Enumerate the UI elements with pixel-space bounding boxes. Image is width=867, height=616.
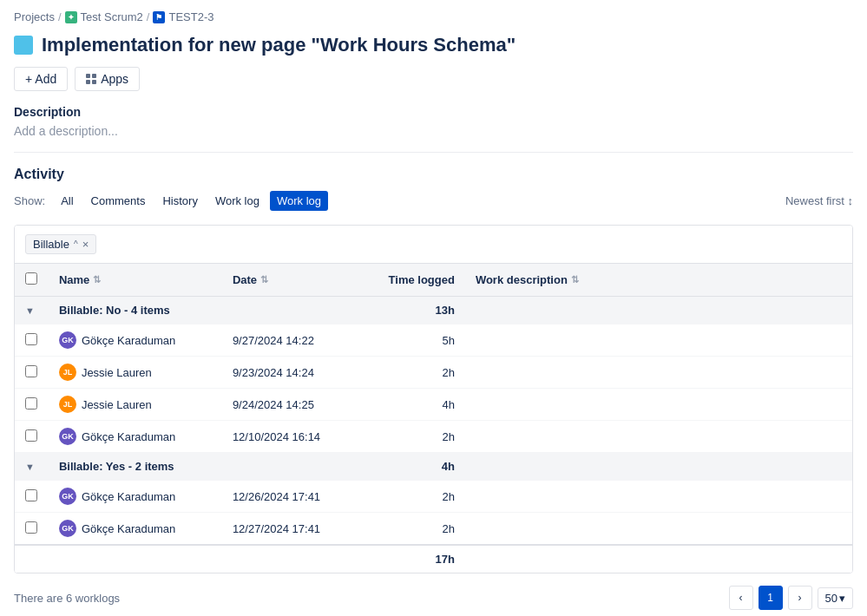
per-page-chevron-icon: ▾: [839, 592, 845, 605]
tab-worklog[interactable]: Work log: [208, 191, 266, 211]
per-page-value: 50: [825, 592, 837, 605]
row-actions: [800, 421, 852, 453]
next-page-button[interactable]: ›: [788, 586, 812, 610]
avatar: JL: [59, 396, 76, 413]
tab-comments[interactable]: Comments: [84, 191, 153, 211]
row-date: 12/27/2024 17:41: [222, 513, 361, 546]
row-time: 4h: [361, 389, 465, 421]
row-checkbox[interactable]: [25, 397, 37, 410]
row-actions: [800, 324, 852, 357]
avatar: JL: [59, 364, 76, 381]
tab-history[interactable]: History: [155, 191, 204, 211]
breadcrumb-project[interactable]: Test Scrum2: [81, 10, 143, 23]
description-section: Description Add a description...: [0, 105, 867, 152]
row-date: 9/24/2024 14:25: [222, 389, 361, 421]
select-all-checkbox[interactable]: [25, 272, 37, 285]
table-row: JL Jessie Lauren 9/24/2024 14:25 4h: [15, 389, 852, 421]
row-checkbox[interactable]: [25, 365, 37, 377]
page-1-button[interactable]: 1: [759, 586, 783, 610]
th-desc: Work description ⇅: [465, 264, 800, 297]
th-checkbox: [15, 264, 49, 297]
th-name: Name ⇅: [49, 264, 222, 297]
row-user: GK Gökçe Karaduman: [49, 324, 222, 357]
th-actions: [800, 264, 852, 297]
user-name: Jessie Lauren: [82, 366, 152, 379]
add-button[interactable]: + Add: [14, 67, 68, 91]
prev-page-button[interactable]: ‹: [729, 586, 753, 610]
breadcrumb-issue[interactable]: TEST2-3: [168, 10, 213, 23]
user-name: Gökçe Karaduman: [82, 490, 175, 503]
name-sort-icon[interactable]: ⇅: [93, 274, 101, 285]
pagination-info: There are 6 worklogs: [14, 592, 120, 605]
row-user: GK Gökçe Karaduman: [49, 421, 222, 453]
description-title: Description: [14, 105, 853, 119]
desc-sort-icon[interactable]: ⇅: [571, 274, 579, 285]
table-row: GK Gökçe Karaduman 9/27/2024 14:22 5h: [15, 324, 852, 357]
breadcrumb-projects[interactable]: Projects: [14, 10, 55, 23]
row-desc: [465, 421, 800, 453]
filter-bar: Billable ^ ×: [15, 226, 852, 264]
breadcrumb-scrum-icon: ✦: [65, 11, 77, 23]
group-label-no: Billable: No - 4 items: [49, 297, 361, 324]
row-checkbox[interactable]: [25, 429, 37, 442]
th-date: Date ⇅: [222, 264, 361, 297]
row-actions: [800, 389, 852, 421]
tab-all[interactable]: All: [54, 191, 80, 211]
grand-total-value: 17h: [361, 545, 465, 573]
row-date: 9/23/2024 14:24: [222, 357, 361, 389]
th-time: Time logged: [361, 264, 465, 297]
table-body: ▼ Billable: No - 4 items 13h GK Gökçe Ka…: [15, 297, 852, 573]
filter-close-button[interactable]: ×: [82, 238, 89, 251]
breadcrumb-task-icon: ⚑: [153, 11, 165, 23]
row-date: 9/27/2024 14:22: [222, 324, 361, 357]
avatar: GK: [59, 331, 76, 349]
group-row-billable-yes: ▼ Billable: Yes - 2 items 4h: [15, 453, 852, 481]
user-name: Gökçe Karaduman: [82, 522, 175, 535]
avatar: GK: [59, 488, 76, 505]
row-desc: [465, 324, 800, 357]
filter-tag-billable[interactable]: Billable ^ ×: [25, 234, 96, 254]
row-checkbox-cell: [15, 481, 49, 513]
group-total-yes: 4h: [361, 453, 465, 481]
filter-chevron-icon: ^: [74, 239, 78, 249]
toolbar: + Add Apps: [0, 67, 867, 105]
worklog-table-container: Billable ^ × Name ⇅ Date ⇅: [14, 225, 853, 573]
breadcrumb-sep-2: /: [147, 10, 150, 23]
description-placeholder[interactable]: Add a description...: [14, 124, 853, 138]
group-collapse-btn-yes[interactable]: ▼: [22, 462, 38, 472]
per-page-select[interactable]: 50 ▾: [818, 587, 853, 609]
row-date: 12/10/2024 16:14: [222, 421, 361, 453]
group-spacer-no: [465, 297, 852, 324]
filter-tag-label: Billable: [33, 238, 69, 251]
apps-label: Apps: [101, 72, 128, 86]
date-sort-icon[interactable]: ⇅: [260, 274, 268, 285]
row-checkbox[interactable]: [25, 521, 37, 534]
group-collapse-btn-no[interactable]: ▼: [22, 305, 38, 316]
activity-section: Activity Show: All Comments History Work…: [0, 153, 867, 211]
row-actions: [800, 357, 852, 389]
row-checkbox[interactable]: [25, 489, 37, 501]
row-time: 5h: [361, 324, 465, 357]
apps-button[interactable]: Apps: [75, 67, 140, 91]
group-row-billable-no: ▼ Billable: No - 4 items 13h: [15, 297, 852, 324]
tab-worklog-active[interactable]: Work log: [270, 191, 328, 211]
row-actions: [800, 513, 852, 546]
avatar: GK: [59, 520, 76, 537]
breadcrumb-sep-1: /: [58, 10, 62, 23]
table-row: GK Gökçe Karaduman 12/27/2024 17:41 2h: [15, 513, 852, 546]
show-label: Show:: [14, 194, 45, 207]
row-checkbox-cell: [15, 357, 49, 389]
row-time: 2h: [361, 513, 465, 546]
avatar: GK: [59, 428, 76, 445]
row-desc: [465, 513, 800, 546]
sort-label[interactable]: Newest first ↕: [785, 194, 853, 207]
row-time: 2h: [361, 357, 465, 389]
page-icon: [14, 36, 33, 55]
user-name: Gökçe Karaduman: [82, 430, 175, 443]
row-checkbox[interactable]: [25, 333, 37, 345]
row-time: 2h: [361, 421, 465, 453]
worklog-table: Name ⇅ Date ⇅ Time logged: [15, 264, 852, 573]
pagination-controls: ‹ 1 › 50 ▾: [729, 586, 853, 610]
row-user: JL Jessie Lauren: [49, 389, 222, 421]
table-header: Name ⇅ Date ⇅ Time logged: [15, 264, 852, 297]
